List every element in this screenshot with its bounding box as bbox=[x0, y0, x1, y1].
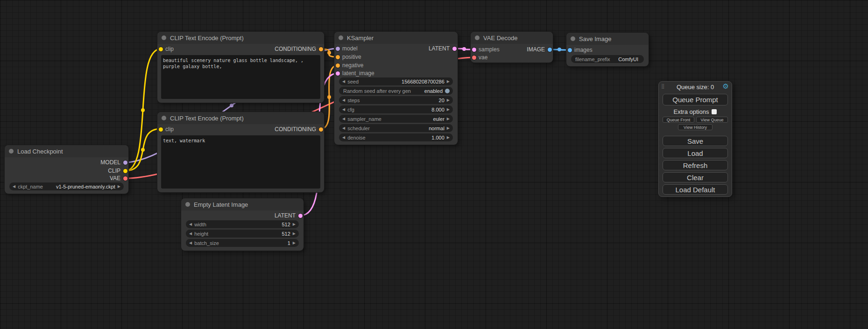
input-slot-negative[interactable] bbox=[336, 63, 340, 68]
settings-gear-icon[interactable]: ⚙ bbox=[723, 82, 729, 91]
increment-arrow-icon[interactable]: ▶ bbox=[447, 124, 450, 132]
queue-front-button[interactable]: Queue Front bbox=[663, 117, 694, 123]
widget-label: width bbox=[194, 222, 206, 227]
node-title-bar[interactable]: Empty Latent Image bbox=[181, 198, 303, 210]
widget-sampler-name[interactable]: ◀ sampler_name euler ▶ bbox=[339, 115, 453, 123]
extra-options-checkbox[interactable] bbox=[712, 109, 717, 114]
input-slot-images[interactable] bbox=[568, 48, 572, 52]
decrement-arrow-icon[interactable]: ◀ bbox=[342, 105, 345, 113]
queue-panel-header[interactable]: ⣿ Queue size: 0 ⚙ bbox=[659, 82, 732, 92]
collapse-dot-icon[interactable] bbox=[9, 149, 14, 154]
drag-handle-icon[interactable]: ⣿ bbox=[661, 83, 664, 90]
node-title-bar[interactable]: Save Image bbox=[566, 33, 649, 45]
widget-label: height bbox=[194, 231, 208, 237]
decrement-arrow-icon[interactable]: ◀ bbox=[342, 96, 345, 104]
increment-arrow-icon[interactable]: ▶ bbox=[293, 239, 296, 247]
input-label-samples: samples bbox=[479, 46, 500, 53]
input-slot-latent-image[interactable] bbox=[336, 71, 340, 76]
widget-value: 512 bbox=[282, 222, 290, 227]
output-slot-conditioning[interactable] bbox=[319, 47, 323, 51]
widget-batch-size[interactable]: ◀ batch_size 1 ▶ bbox=[186, 239, 299, 247]
increment-arrow-icon[interactable]: ▶ bbox=[447, 115, 450, 123]
output-slot-latent[interactable] bbox=[298, 214, 303, 218]
increment-arrow-icon[interactable]: ▶ bbox=[293, 230, 296, 238]
node-title: CLIP Text Encode (Prompt) bbox=[170, 115, 244, 122]
input-slot-model[interactable] bbox=[336, 47, 340, 51]
increment-arrow-icon[interactable]: ▶ bbox=[118, 182, 120, 190]
increment-arrow-icon[interactable]: ▶ bbox=[293, 220, 296, 228]
node-title-bar[interactable]: VAE Decode bbox=[471, 32, 553, 44]
collapse-dot-icon[interactable] bbox=[339, 35, 343, 40]
node-title-bar[interactable]: KSampler bbox=[334, 32, 458, 44]
output-slot-conditioning[interactable] bbox=[319, 127, 323, 132]
widget-filename-prefix[interactable]: filename_prefix ComfyUI bbox=[571, 55, 644, 63]
node-title-bar[interactable]: Load Checkpoint bbox=[5, 145, 128, 157]
refresh-button[interactable]: Refresh bbox=[663, 160, 728, 170]
widget-label: seed bbox=[347, 79, 359, 84]
input-label-clip: clip bbox=[165, 46, 174, 52]
save-button[interactable]: Save bbox=[663, 136, 728, 146]
output-slot-vae[interactable] bbox=[123, 176, 127, 181]
node-clip-text-encode-negative[interactable]: CLIP Text Encode (Prompt) clip CONDITION… bbox=[157, 112, 324, 192]
toggle-icon[interactable] bbox=[445, 89, 450, 93]
collapse-dot-icon[interactable] bbox=[475, 35, 480, 40]
output-slot-latent[interactable] bbox=[452, 47, 457, 51]
widget-width[interactable]: ◀ width 512 ▶ bbox=[186, 220, 299, 228]
decrement-arrow-icon[interactable]: ◀ bbox=[342, 133, 345, 141]
clear-button[interactable]: Clear bbox=[663, 172, 728, 182]
decrement-arrow-icon[interactable]: ◀ bbox=[342, 77, 345, 85]
input-slot-clip[interactable] bbox=[159, 127, 163, 132]
wire-clip-positive-middot bbox=[141, 108, 145, 112]
widget-height[interactable]: ◀ height 512 ▶ bbox=[186, 230, 299, 238]
input-slot-vae[interactable] bbox=[472, 56, 476, 60]
increment-arrow-icon[interactable]: ▶ bbox=[447, 77, 450, 85]
widget-seed[interactable]: ◀ seed 156680208700286 ▶ bbox=[339, 77, 453, 85]
view-queue-button[interactable]: View Queue bbox=[696, 117, 728, 123]
increment-arrow-icon[interactable]: ▶ bbox=[447, 96, 450, 104]
node-clip-text-encode-positive[interactable]: CLIP Text Encode (Prompt) clip CONDITION… bbox=[157, 32, 324, 103]
decrement-arrow-icon[interactable]: ◀ bbox=[342, 115, 345, 123]
load-default-button[interactable]: Load Default bbox=[663, 184, 728, 195]
node-title-bar[interactable]: CLIP Text Encode (Prompt) bbox=[157, 112, 324, 124]
widget-label: ckpt_name bbox=[18, 184, 43, 189]
widget-ckpt-name[interactable]: ◀ ckpt_name v1-5-pruned-emaonly.ckpt ▶ bbox=[9, 182, 124, 190]
input-label-negative: negative bbox=[342, 62, 363, 69]
node-vae-decode[interactable]: VAE Decode samples vae IMAGE bbox=[471, 32, 553, 63]
node-save-image[interactable]: Save Image images filename_prefix ComfyU… bbox=[566, 33, 649, 66]
extra-options-row: Extra options bbox=[663, 108, 728, 115]
negative-prompt-textarea[interactable]: text, watermark bbox=[161, 135, 320, 189]
decrement-arrow-icon[interactable]: ◀ bbox=[189, 230, 192, 238]
output-slot-clip[interactable] bbox=[123, 169, 127, 173]
decrement-arrow-icon[interactable]: ◀ bbox=[342, 124, 345, 132]
collapse-dot-icon[interactable] bbox=[185, 202, 190, 207]
node-title: KSampler bbox=[347, 35, 374, 42]
widget-random-seed-toggle[interactable]: Random seed after every gen enabled bbox=[339, 87, 453, 95]
collapse-dot-icon[interactable] bbox=[162, 116, 166, 120]
view-history-button[interactable]: View History bbox=[678, 124, 713, 130]
input-slot-samples[interactable] bbox=[472, 48, 476, 52]
queue-prompt-button[interactable]: Queue Prompt bbox=[663, 94, 728, 105]
output-slot-model[interactable] bbox=[123, 161, 127, 165]
collapse-dot-icon[interactable] bbox=[571, 36, 575, 41]
increment-arrow-icon[interactable]: ▶ bbox=[447, 133, 450, 141]
positive-prompt-textarea[interactable]: beautiful scenery nature glass bottle la… bbox=[161, 55, 320, 99]
node-empty-latent-image[interactable]: Empty Latent Image LATENT ◀ width 512 ▶ … bbox=[181, 198, 303, 251]
widget-scheduler[interactable]: ◀ scheduler normal ▶ bbox=[339, 124, 453, 132]
output-slot-image[interactable] bbox=[548, 48, 552, 52]
queue-panel[interactable]: ⣿ Queue size: 0 ⚙ Queue Prompt Extra opt… bbox=[658, 81, 732, 197]
widget-denoise[interactable]: ◀ denoise 1.000 ▶ bbox=[339, 133, 453, 141]
widget-steps[interactable]: ◀ steps 20 ▶ bbox=[339, 96, 453, 104]
node-graph-canvas[interactable]: Load Checkpoint MODEL CLIP VAE ◀ ckpt_na… bbox=[0, 0, 868, 329]
node-title-bar[interactable]: CLIP Text Encode (Prompt) bbox=[157, 32, 324, 44]
decrement-arrow-icon[interactable]: ◀ bbox=[13, 182, 15, 190]
decrement-arrow-icon[interactable]: ◀ bbox=[189, 220, 192, 228]
widget-cfg[interactable]: ◀ cfg 8.000 ▶ bbox=[339, 105, 453, 113]
decrement-arrow-icon[interactable]: ◀ bbox=[189, 239, 192, 247]
load-button[interactable]: Load bbox=[663, 148, 728, 158]
node-load-checkpoint[interactable]: Load Checkpoint MODEL CLIP VAE ◀ ckpt_na… bbox=[5, 145, 128, 194]
input-slot-positive[interactable] bbox=[336, 55, 340, 59]
node-ksampler[interactable]: KSampler model positive negative latent_… bbox=[334, 32, 458, 145]
increment-arrow-icon[interactable]: ▶ bbox=[447, 105, 450, 113]
collapse-dot-icon[interactable] bbox=[162, 35, 166, 40]
input-slot-clip[interactable] bbox=[159, 47, 163, 51]
